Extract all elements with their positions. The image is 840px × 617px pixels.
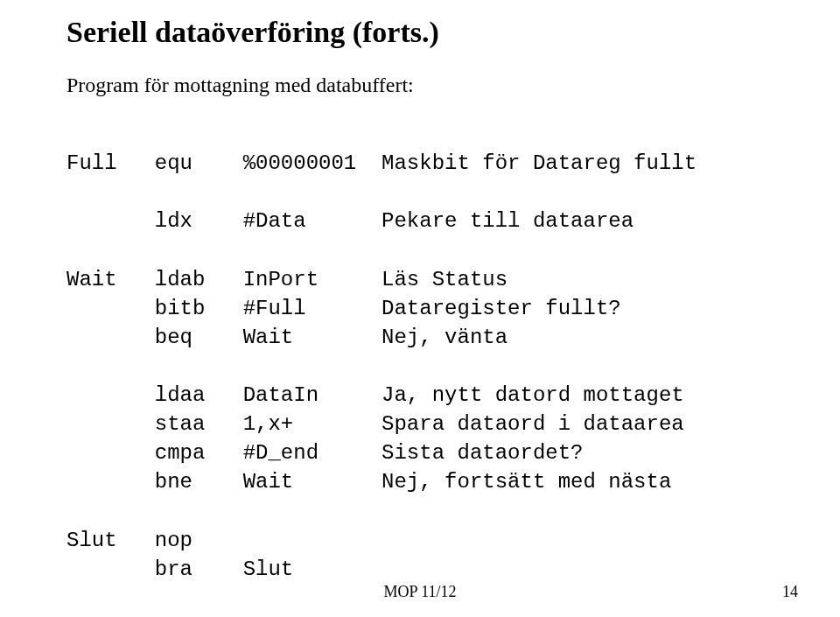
code-listing: Full equ %00000001 Maskbit för Datareg f…	[66, 120, 779, 584]
code-line: staa 1,x+ Spara dataord i dataarea	[66, 412, 684, 436]
code-line: bitb #Full Dataregister fullt?	[66, 297, 621, 320]
code-line: cmpa #D_end Sista dataordet?	[66, 441, 584, 465]
code-line: Slut nop	[66, 529, 192, 552]
code-line: bne Wait Nej, fortsätt med nästa	[66, 470, 671, 494]
page-title: Seriell dataöverföring (forts.)	[66, 16, 779, 49]
code-line: beq Wait Nej, vänta	[66, 326, 508, 349]
page-number: 14	[782, 583, 798, 601]
code-line: ldaa DataIn Ja, nytt datord mottaget	[66, 383, 684, 407]
code-line: Wait ldab InPort Läs Status	[66, 268, 508, 291]
code-line: ldx #Data Pekare till dataarea	[66, 209, 634, 233]
code-line: Full equ %00000001 Maskbit för Datareg f…	[66, 151, 696, 175]
footer-label: MOP 11/12	[0, 583, 840, 601]
code-line: bra Slut	[66, 557, 293, 581]
section-subtitle: Program för mottagning med databuffert:	[66, 74, 779, 97]
